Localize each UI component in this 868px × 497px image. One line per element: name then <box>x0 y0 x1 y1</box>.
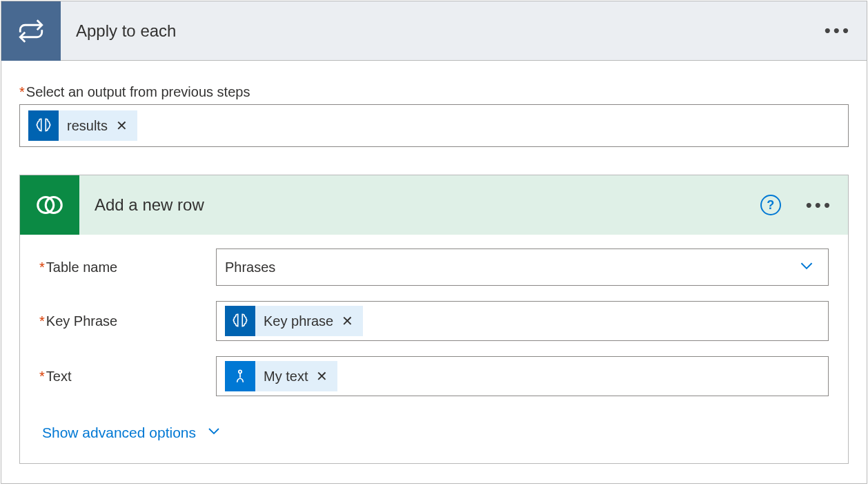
key-phrase-token-label: Key phrase <box>255 313 339 329</box>
my-text-token[interactable]: My text ✕ <box>225 361 337 391</box>
loop-icon <box>1 1 61 61</box>
key-phrase-label: *Key Phrase <box>39 313 216 329</box>
table-name-label: *Table name <box>39 260 216 275</box>
key-phrase-row: *Key Phrase Key phrase ✕ <box>39 301 829 341</box>
key-phrase-token[interactable]: Key phrase ✕ <box>225 306 363 336</box>
show-advanced-options-link[interactable]: Show advanced options <box>42 422 222 442</box>
apply-to-each-more-button[interactable]: ••• <box>809 20 867 41</box>
my-text-token-remove[interactable]: ✕ <box>313 368 331 384</box>
touch-icon <box>225 361 255 391</box>
svg-point-2 <box>239 370 241 373</box>
text-row: *Text My text ✕ <box>39 356 829 396</box>
apply-to-each-card: Apply to each ••• *Select an output from… <box>1 1 867 484</box>
table-name-row: *Table name Phrases <box>39 248 829 286</box>
apply-to-each-title: Apply to each <box>61 21 809 41</box>
add-new-row-header[interactable]: Add a new row ? ••• <box>20 175 848 235</box>
add-new-row-more-button[interactable]: ••• <box>791 195 848 216</box>
advanced-options-row: Show advanced options <box>39 422 829 442</box>
select-output-label: *Select an output from previous steps <box>19 84 849 100</box>
add-new-row-card: Add a new row ? ••• *Table name Phrases <box>19 175 849 464</box>
table-name-select[interactable]: Phrases <box>216 248 829 286</box>
brain-icon <box>28 110 59 141</box>
chevron-down-icon <box>206 422 222 442</box>
my-text-token-label: My text <box>255 369 313 384</box>
help-button[interactable]: ? <box>760 195 781 215</box>
dataverse-icon <box>20 175 79 235</box>
apply-to-each-body: *Select an output from previous steps re… <box>1 61 867 483</box>
key-phrase-input[interactable]: Key phrase ✕ <box>216 301 829 341</box>
chevron-down-icon <box>798 257 816 278</box>
select-output-input[interactable]: results ✕ <box>19 104 849 147</box>
results-token[interactable]: results ✕ <box>28 110 137 141</box>
text-input[interactable]: My text ✕ <box>216 356 829 396</box>
add-new-row-title: Add a new row <box>79 195 760 215</box>
results-token-label: results <box>59 118 113 134</box>
results-token-remove[interactable]: ✕ <box>113 117 130 134</box>
table-name-value: Phrases <box>225 260 275 275</box>
apply-to-each-header[interactable]: Apply to each ••• <box>1 1 867 61</box>
text-label: *Text <box>39 369 216 384</box>
brain-icon <box>225 306 255 336</box>
key-phrase-token-remove[interactable]: ✕ <box>339 313 356 329</box>
add-new-row-body: *Table name Phrases *Key Phrase <box>20 235 848 463</box>
